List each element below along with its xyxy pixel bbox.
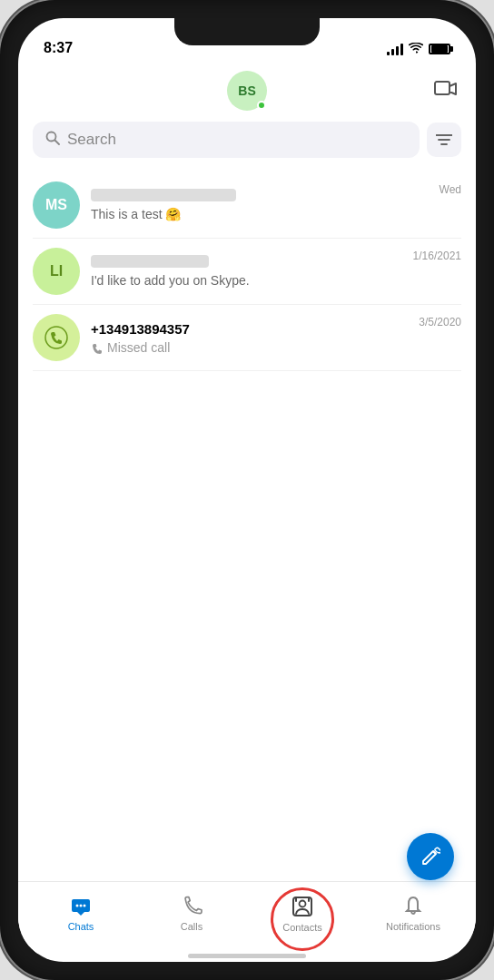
svg-line-2 (55, 141, 60, 145)
contacts-icon (291, 895, 314, 918)
missed-call-text: Missed call (107, 340, 170, 355)
search-input-wrap[interactable]: Search (33, 122, 420, 158)
chat-list: MS This is a test 🤗 Wed LI I'd like to a… (18, 172, 476, 881)
chat-message-li: I'd like to add you on Skype. (91, 273, 461, 288)
phone-frame: 8:37 (0, 0, 494, 980)
chat-message-ms: This is a test 🤗 (91, 207, 461, 221)
battery-icon (429, 44, 450, 54)
notch (174, 18, 320, 45)
chat-item-ms[interactable]: MS This is a test 🤗 Wed (33, 172, 461, 239)
signal-icon (387, 43, 403, 55)
chat-name-redacted (91, 189, 236, 201)
search-bar: Search (33, 122, 461, 158)
nav-label-calls: Calls (181, 921, 203, 932)
chat-item-phone[interactable]: +134913894357 Missed call 3/5/2020 (33, 305, 461, 371)
phone-number: +134913894357 (91, 321, 461, 337)
video-call-icon[interactable] (434, 80, 458, 103)
chat-date-phone: 3/5/2020 (419, 316, 461, 328)
filter-button[interactable] (427, 122, 461, 157)
avatar-phone (33, 314, 80, 361)
svg-point-9 (84, 904, 86, 906)
bottom-navigation: Chats Calls Contacts (18, 881, 476, 954)
user-avatar[interactable]: BS (227, 71, 267, 111)
svg-rect-0 (435, 82, 450, 94)
chat-date-ms: Wed (440, 183, 461, 196)
missed-call-indicator: Missed call (91, 340, 461, 355)
chat-date-li: 1/16/2021 (413, 250, 461, 262)
svg-point-8 (80, 904, 83, 906)
header: BS (18, 64, 476, 122)
nav-label-contacts: Contacts (282, 922, 321, 933)
nav-label-notifications: Notifications (386, 921, 440, 932)
notifications-icon (402, 896, 424, 917)
svg-point-7 (76, 904, 79, 906)
nav-item-contacts[interactable]: Contacts (247, 895, 358, 933)
wifi-icon (409, 42, 423, 56)
search-placeholder-text: Search (67, 131, 116, 149)
phone-screen: 8:37 (18, 18, 476, 962)
chats-icon (70, 896, 92, 917)
home-indicator (188, 954, 306, 958)
status-icons (387, 42, 450, 56)
search-icon (45, 131, 60, 149)
chat-content-phone: +134913894357 Missed call (91, 321, 461, 355)
online-indicator (257, 101, 266, 110)
avatar-li: LI (33, 248, 80, 295)
svg-rect-10 (293, 897, 311, 916)
chat-content-li: I'd like to add you on Skype. (91, 255, 461, 288)
status-time: 8:37 (44, 40, 73, 56)
calls-icon (181, 896, 203, 917)
nav-item-notifications[interactable]: Notifications (358, 896, 469, 932)
chat-content-ms: This is a test 🤗 (91, 189, 461, 221)
nav-label-chats: Chats (68, 921, 94, 932)
chat-name-redacted-li (91, 255, 209, 268)
avatar-ms: MS (33, 181, 80, 229)
nav-item-chats[interactable]: Chats (25, 896, 136, 932)
nav-item-calls[interactable]: Calls (136, 896, 247, 932)
compose-button[interactable] (407, 833, 454, 880)
chat-item-li[interactable]: LI I'd like to add you on Skype. 1/16/20… (33, 239, 461, 305)
svg-point-6 (45, 327, 67, 348)
svg-point-11 (300, 900, 306, 906)
